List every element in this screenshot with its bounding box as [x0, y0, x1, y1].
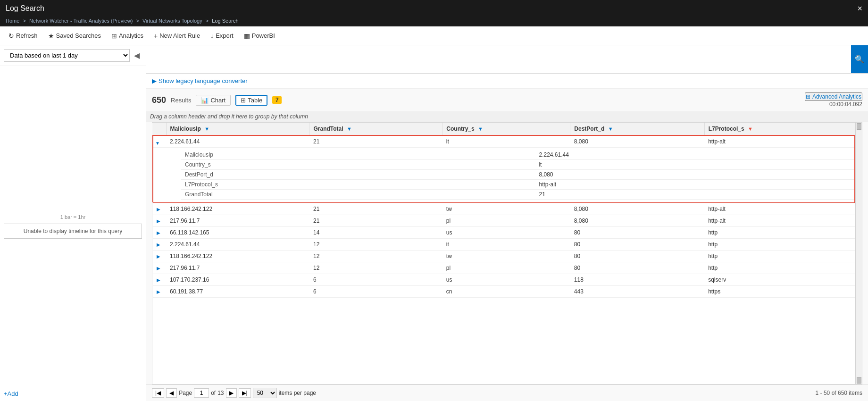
- col-country[interactable]: Country_s ▼: [442, 123, 570, 135]
- query-input[interactable]: [150, 49, 847, 68]
- table-wrap: MaliciousIp ▼ GrandTotal ▼ Country_s ▼: [152, 122, 856, 384]
- add-button[interactable]: +Add: [0, 386, 22, 401]
- table-button[interactable]: ⊞ Table: [235, 95, 267, 106]
- col-grand-total[interactable]: GrandTotal ▼: [309, 123, 442, 135]
- close-button[interactable]: ×: [857, 4, 862, 14]
- table-row-expanded: ▼ 2.224.61.44 21 it 8,080 http-alt: [153, 135, 855, 148]
- expanded-l7-protocol: http-alt: [704, 135, 855, 148]
- table-row: ▶ 2.224.61.44 12 it 80 http: [153, 239, 855, 251]
- col-malicious-ip[interactable]: MaliciousIp ▼: [166, 123, 309, 135]
- items-per-page-select[interactable]: 50 100 200: [253, 388, 277, 398]
- table-icon: ⊞: [241, 97, 246, 104]
- results-label: Results: [171, 97, 191, 104]
- table-row: ▶ 217.96.11.7 12 pl 80 http: [153, 262, 855, 274]
- detail-row-1: MaliciousIp2.224.61.44 Country_sit DestP…: [153, 148, 855, 202]
- chart-icon: 📊: [201, 97, 209, 104]
- expand-arrow[interactable]: ▶: [157, 289, 160, 294]
- analytics-icon: ⊞: [111, 32, 117, 40]
- page-label: Page: [179, 390, 192, 396]
- expand-arrow[interactable]: ▶: [157, 242, 160, 247]
- time-range-select[interactable]: Data based on last 1 day Last 6 hours La…: [4, 49, 130, 62]
- refresh-button[interactable]: ↻ Refresh: [4, 30, 42, 42]
- filter-icon-2[interactable]: ▼: [347, 126, 352, 132]
- expanded-ip: 2.224.61.44: [166, 135, 309, 148]
- drag-hint: Drag a column header and drop it here to…: [146, 111, 868, 122]
- search-icon: 🔍: [855, 55, 864, 64]
- search-button[interactable]: 🔍: [851, 45, 868, 73]
- table-row: ▶ 107.170.237.16 6 us 118 sqlserv: [153, 274, 855, 286]
- expanded-dest-port: 8,080: [570, 135, 704, 148]
- detail-table: MaliciousIp2.224.61.44 Country_sit DestP…: [181, 150, 856, 200]
- time-range-header: Data based on last 1 day Last 6 hours La…: [0, 45, 146, 66]
- refresh-icon: ↻: [8, 32, 14, 40]
- filter-icon-4[interactable]: ▼: [608, 126, 613, 132]
- plus-icon: +: [154, 32, 158, 40]
- table-header: MaliciousIp ▼ GrandTotal ▼ Country_s ▼: [153, 123, 855, 135]
- expand-arrow[interactable]: ▶: [157, 218, 160, 224]
- export-icon: ↓: [210, 32, 214, 40]
- table-row: ▶ 217.96.11.7 21 pl 8,080 http-alt: [153, 215, 855, 227]
- legacy-converter-button[interactable]: ▶ Show legacy language converter: [152, 77, 248, 84]
- next-page-button[interactable]: ▶: [226, 388, 237, 398]
- powerbi-button[interactable]: ▦ PowerBI: [239, 30, 280, 42]
- filter-icon[interactable]: ▼: [204, 126, 209, 132]
- col-dest-port[interactable]: DestPort_d ▼: [570, 123, 704, 135]
- first-page-button[interactable]: |◀: [152, 388, 164, 398]
- table-row: ▶ 60.191.38.77 6 cn 443 https: [153, 286, 855, 298]
- page-title: Log Search: [6, 4, 44, 13]
- expand-arrow[interactable]: ▶: [157, 254, 160, 259]
- expanded-country: it: [442, 135, 570, 148]
- scroll-down[interactable]: [857, 377, 861, 384]
- of-pages: of: [211, 390, 216, 396]
- scrollbar[interactable]: [856, 122, 862, 384]
- expand-arrow[interactable]: ▶: [157, 207, 160, 212]
- expand-arrow[interactable]: ▶: [157, 266, 160, 271]
- results-count: 650: [152, 95, 166, 105]
- breadcrumb-current: Log Search: [212, 18, 238, 24]
- expand-arrow[interactable]: ▶: [157, 230, 160, 235]
- pagination-bar: |◀ ◀ Page of 13 ▶ ▶| 50 100 200 items pe…: [146, 384, 868, 401]
- table-row: ▶ 66.118.142.165 14 us 80 http: [153, 227, 855, 239]
- right-panel: 🔍 ▶ Show legacy language converter 650 R…: [146, 45, 868, 401]
- legacy-bar: ▶ Show legacy language converter: [146, 74, 868, 89]
- prev-page-button[interactable]: ◀: [166, 388, 177, 398]
- advanced-analytics-button[interactable]: ⊞ Advanced Analytics: [805, 92, 862, 101]
- left-panel: Data based on last 1 day Last 6 hours La…: [0, 45, 146, 401]
- chart-button[interactable]: 📊 Chart: [196, 95, 231, 106]
- timeline-hint: 1 bar = 1hr: [60, 214, 86, 220]
- col-l7-protocol[interactable]: L7Protocol_s ▼: [704, 123, 855, 135]
- expand-arrow[interactable]: ▶: [157, 277, 160, 283]
- badge: 7: [272, 96, 282, 104]
- expand-col-header: [153, 123, 166, 135]
- breadcrumb-home[interactable]: Home: [6, 18, 19, 24]
- chevron-right-icon: ▶: [152, 77, 157, 84]
- breadcrumb-virtual-networks[interactable]: Virtual Networks Topology: [142, 18, 202, 24]
- powerbi-icon: ▦: [244, 32, 250, 40]
- results-header: 650 Results 📊 Chart ⊞ Table 7 ⊞ Advanced…: [146, 89, 868, 111]
- new-alert-rule-button[interactable]: + New Alert Rule: [149, 30, 205, 42]
- filter-icon-5[interactable]: ▼: [748, 126, 753, 132]
- main-layout: Data based on last 1 day Last 6 hours La…: [0, 45, 868, 401]
- last-page-button[interactable]: ▶|: [239, 388, 251, 398]
- query-input-wrap: [146, 45, 851, 73]
- analytics-button[interactable]: ⊞ Analytics: [107, 30, 148, 42]
- timeline-error: Unable to display timeline for this quer…: [4, 224, 142, 239]
- title-bar: Log Search ×: [0, 0, 868, 17]
- total-pages: 13: [217, 390, 224, 396]
- filter-icon-3[interactable]: ▼: [478, 126, 483, 132]
- breadcrumb-network-watcher[interactable]: Network Watcher - Traffic Analytics (Pre…: [29, 18, 133, 24]
- results-table: MaliciousIp ▼ GrandTotal ▼ Country_s ▼: [152, 123, 855, 298]
- export-button[interactable]: ↓ Export: [206, 30, 238, 42]
- saved-searches-button[interactable]: ★ Saved Searches: [43, 30, 106, 42]
- scroll-up[interactable]: [857, 123, 861, 130]
- table-body: ▼ 2.224.61.44 21 it 8,080 http-alt: [153, 135, 855, 298]
- collapse-button[interactable]: ◀: [132, 50, 142, 61]
- table-row: ▶ 118.166.242.122 21 tw 8,080 http-alt: [153, 203, 855, 215]
- results-range: 1 - 50 of 650 items: [816, 390, 862, 396]
- pagination-controls: |◀ ◀ Page of 13 ▶ ▶| 50 100 200 items pe…: [152, 388, 316, 398]
- page-input[interactable]: [194, 388, 209, 398]
- collapse-arrow[interactable]: ▼: [155, 141, 160, 146]
- star-icon: ★: [48, 32, 54, 40]
- toolbar: ↻ Refresh ★ Saved Searches ⊞ Analytics +…: [0, 26, 868, 45]
- breadcrumb: Home > Network Watcher - Traffic Analyti…: [0, 17, 868, 26]
